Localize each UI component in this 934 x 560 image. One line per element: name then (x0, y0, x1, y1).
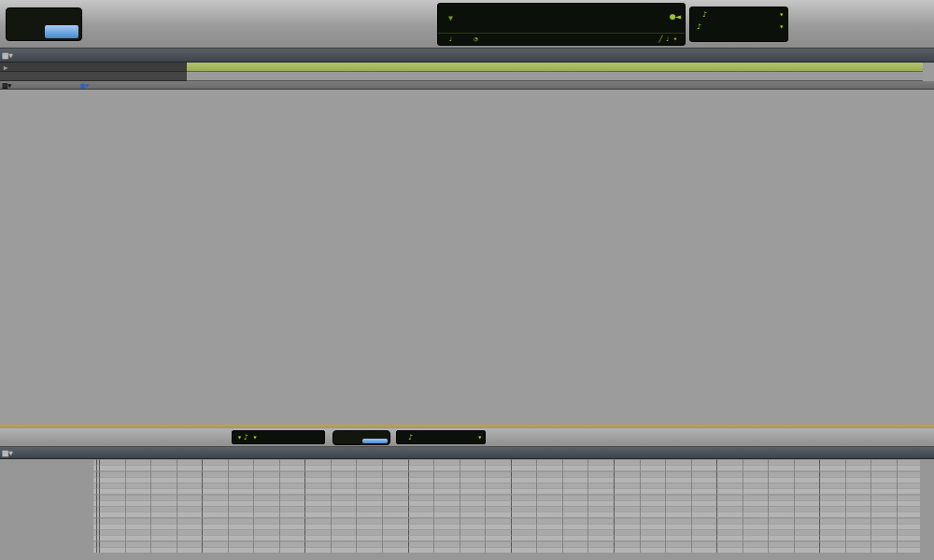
markers-ruler-label[interactable] (0, 72, 187, 81)
pencil-mini-icon: ╱ (658, 35, 662, 43)
timer-icon: ◔ (474, 35, 477, 43)
main-toolbar: ▼ ●◄ ♩ ◔ ╱ ♩ ▾ (0, 0, 934, 49)
track-list (0, 90, 187, 425)
grid-nudge-panel: ♪ ▾ ♪ ▾ (689, 7, 788, 42)
midi-ruler-menu-icon[interactable]: ▦▾ (2, 449, 13, 457)
midi-editor-toolbar: ▾ ♪ ▾ ♪ ▾ (0, 428, 934, 447)
mode-shuffle[interactable] (9, 10, 44, 24)
pro-tools-edit-window: ▼ ●◄ ♩ ◔ ╱ ♩ ▾ (0, 0, 934, 560)
tracklist-menu-icon[interactable]: ▥▾ (2, 82, 11, 90)
markers-ruler-strip[interactable] (187, 72, 923, 81)
tempo-ruler-label[interactable]: ▸ (0, 63, 187, 72)
midi-editor-pane: ▾ ♪ ▾ ♪ ▾ ▦▾ (0, 425, 934, 560)
tempo-ruler-strip[interactable] (187, 63, 923, 72)
monitor-icons[interactable]: ●◄ (670, 11, 681, 21)
tempo-expander[interactable]: ▸ (4, 63, 7, 72)
mode-slip[interactable] (9, 25, 44, 39)
beat-note-icon: ♩ ▾ (665, 35, 677, 43)
mode-grid[interactable] (45, 25, 79, 39)
track-columns-header: ▥▾ ◉▾ (0, 81, 934, 90)
main-counter[interactable]: ▼ (446, 7, 452, 26)
main-counter-panel: ▼ ●◄ ♩ ◔ ╱ ♩ ▾ (437, 3, 686, 46)
nudge-note-icon: ♪ (697, 22, 701, 31)
mode-spot[interactable] (45, 10, 79, 24)
note-value-icon[interactable]: ♪ ▾ (244, 433, 257, 441)
bars-beats-ruler[interactable]: ▦▾ (0, 49, 934, 63)
midi-edit-mode-panel (333, 430, 390, 445)
midi-mode-shuffle[interactable] (335, 432, 361, 438)
midi-mode-slip[interactable] (335, 439, 361, 444)
link-icon[interactable]: ◉▾ (79, 82, 89, 90)
edit-mode-panel (6, 7, 82, 41)
ruler-menu-icon[interactable]: ▦▾ (2, 51, 13, 60)
edit-window: ▦▾ ▸ ▥▾ ◉▾ (0, 49, 934, 425)
grid-note-icon: ♪ (702, 10, 707, 19)
midi-editor-ruler[interactable]: ▦▾ (0, 447, 934, 459)
midi-grid-panel[interactable]: ♪ ▾ (396, 430, 486, 444)
note-icon: ♩ (448, 35, 452, 43)
piano-roll[interactable] (93, 459, 920, 553)
midi-track-selector[interactable]: ▾ ♪ ▾ (232, 430, 325, 444)
timeline-lanes (187, 90, 923, 425)
midi-mode-grid[interactable] (362, 439, 389, 444)
tracks-area (0, 90, 934, 425)
midi-mode-spot[interactable] (362, 432, 389, 438)
midi-grid-note-icon: ♪ (408, 433, 413, 441)
